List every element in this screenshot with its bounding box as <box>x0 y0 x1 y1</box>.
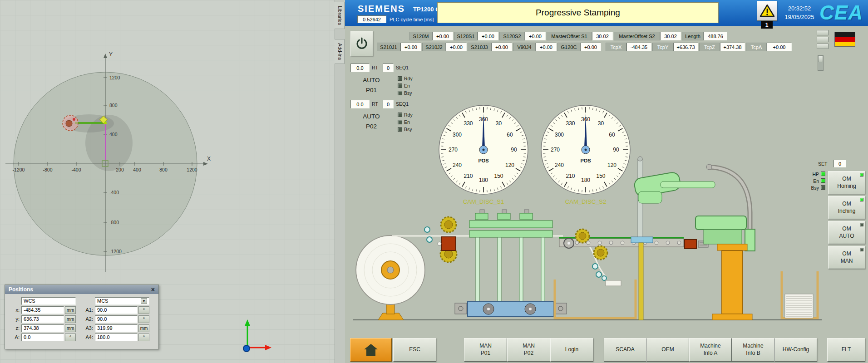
param-value[interactable]: +0.00 <box>400 43 421 51</box>
flag-stripe-gold <box>835 42 855 46</box>
pos-label-a: A: <box>8 334 20 340</box>
positions-titlebar[interactable]: Positions × <box>5 285 158 294</box>
param-value[interactable]: +0.00 <box>525 32 546 40</box>
pos-a2-field[interactable]: 90.0 <box>95 315 138 323</box>
oem-button[interactable]: OEM <box>646 338 689 362</box>
svg-text:150: 150 <box>596 173 605 179</box>
svg-text:60: 60 <box>507 132 513 138</box>
param-label-tcpx: TcpX <box>606 43 626 51</box>
pos-x-field[interactable]: -484.35 <box>21 306 64 314</box>
hw-config-button[interactable]: HW-Config <box>774 338 817 362</box>
param-value[interactable]: -484.35 <box>626 43 651 51</box>
cam-gauges: 306090120150180210240270300330360POS 306… <box>434 102 638 200</box>
svg-text:180: 180 <box>581 177 590 183</box>
param-value[interactable]: 488.76 <box>704 32 727 40</box>
gauge-cam-disc-s2: 306090120150180210240270300330360POS <box>541 105 630 194</box>
param-value[interactable]: +0.00 <box>491 43 512 51</box>
layout-toggle-1[interactable] <box>817 30 829 35</box>
om-line1: OM <box>842 250 851 258</box>
svg-text:POS: POS <box>580 158 591 163</box>
plc-cycle-value: 0.52642 <box>357 15 386 23</box>
mcs-value: MCS <box>97 298 108 304</box>
layout-toggle-buttons[interactable] <box>817 30 829 51</box>
param-value[interactable]: +636.73 <box>673 43 698 51</box>
close-icon[interactable]: × <box>151 286 155 293</box>
positions-title: Positions <box>9 286 151 293</box>
dropdown-arrow-icon[interactable]: ▼ <box>141 298 147 304</box>
hp-label: HP <box>807 172 819 177</box>
scada-button[interactable]: SCADA <box>604 338 646 362</box>
p02-setpoint-field[interactable]: 0.0 <box>350 100 370 108</box>
pos-a1-field[interactable]: 90.0 <box>95 306 138 314</box>
param-value[interactable]: +0.00 <box>432 32 453 40</box>
press-base <box>468 302 554 317</box>
om-man-led <box>860 248 863 251</box>
param-label: S210J3 <box>468 43 491 51</box>
set-value-field[interactable]: 0 <box>833 160 846 167</box>
language-flag-german[interactable] <box>834 32 855 47</box>
param-value[interactable]: +0.00 <box>767 43 792 51</box>
om-line1: OM <box>842 226 851 233</box>
om-homing-button[interactable]: OM Homing <box>828 171 865 194</box>
bins <box>555 271 818 318</box>
p02-count-field[interactable]: 0 <box>383 100 394 108</box>
home-button[interactable] <box>350 338 392 362</box>
hmi-screen: X Y 1200 800 400 -400 -800 -1200 -1200 -… <box>0 0 868 363</box>
man-p02-button[interactable]: MAN P02 <box>507 338 550 362</box>
pos-label-a1: A1: <box>80 307 93 313</box>
param-value[interactable]: 30.02 <box>660 32 681 40</box>
svg-text:270: 270 <box>449 147 458 153</box>
param-value[interactable]: +374.38 <box>720 43 745 51</box>
pos-a4-field[interactable]: 180.0 <box>95 334 138 341</box>
en-led <box>821 178 825 183</box>
param-label-tcpa: TcpA <box>746 43 767 51</box>
wcs-field[interactable]: WCS <box>21 297 76 305</box>
param-value[interactable]: +0.00 <box>580 43 601 51</box>
p01-seq-label: SEQ1 <box>396 65 409 70</box>
pos-z-field[interactable]: 374.38 <box>21 324 64 332</box>
man-p01-button[interactable]: MAN P01 <box>464 338 507 362</box>
p02-seq-label: SEQ1 <box>396 101 409 107</box>
pos-a-field[interactable]: 0.0 <box>21 334 64 341</box>
tab-add-ins[interactable]: Add-ins <box>335 39 345 64</box>
om-line2: Homing <box>837 183 856 190</box>
esc-button[interactable]: ESC <box>393 338 436 362</box>
clock-time: 20:32:52 <box>782 5 817 12</box>
tab-libraries[interactable]: Libraries <box>335 2 345 29</box>
machine-info-b-button[interactable]: Machine Info B <box>732 338 774 362</box>
mini-scrollbar[interactable] <box>818 55 824 71</box>
mcs-dropdown[interactable]: MCS ▼ <box>95 297 149 305</box>
svg-text:-400: -400 <box>109 190 119 195</box>
part-tray <box>606 280 621 286</box>
om-auto-button[interactable]: OM AUTO <box>828 221 865 244</box>
mini-scrollbar-handle[interactable] <box>818 56 823 62</box>
param-row-2: S210J1+0.00 S210J2+0.00 S210J3+0.00 V90J… <box>377 43 793 51</box>
param-value[interactable]: +0.00 <box>478 32 498 40</box>
om-inching-button[interactable]: OM Inching <box>828 196 865 219</box>
power-icon <box>355 37 369 50</box>
flt-button[interactable]: FLT <box>827 338 865 362</box>
svg-text:330: 330 <box>566 120 575 127</box>
pos-y-unit: mm <box>65 315 76 323</box>
param-label: MasterOffset S1 <box>547 32 592 40</box>
param-value[interactable]: +0.00 <box>446 43 467 51</box>
svg-text:330: 330 <box>464 120 473 127</box>
pos-a3-field[interactable]: 319.99 <box>95 324 138 332</box>
login-button[interactable]: Login <box>550 338 593 362</box>
alarm-button[interactable] <box>757 1 777 21</box>
pos-y-field[interactable]: 636.73 <box>21 315 64 323</box>
layout-toggle-3[interactable] <box>817 44 829 49</box>
p02-bsy-label: Bsy <box>404 127 412 132</box>
param-value[interactable]: 30.02 <box>592 32 613 40</box>
en-label: En <box>807 178 819 184</box>
p01-setpoint-field[interactable]: 0.0 <box>350 64 370 72</box>
p01-count-field[interactable]: 0 <box>383 64 394 72</box>
machine-info-a-button[interactable]: Machine Info A <box>689 338 732 362</box>
layout-toggle-2[interactable] <box>817 37 829 42</box>
home-icon <box>363 343 379 357</box>
power-button[interactable] <box>350 31 373 56</box>
svg-text:-1200: -1200 <box>13 167 25 172</box>
svg-text:-800: -800 <box>109 220 119 225</box>
param-value[interactable]: +0.00 <box>536 43 557 51</box>
om-man-button[interactable]: OM MAN <box>828 246 865 269</box>
